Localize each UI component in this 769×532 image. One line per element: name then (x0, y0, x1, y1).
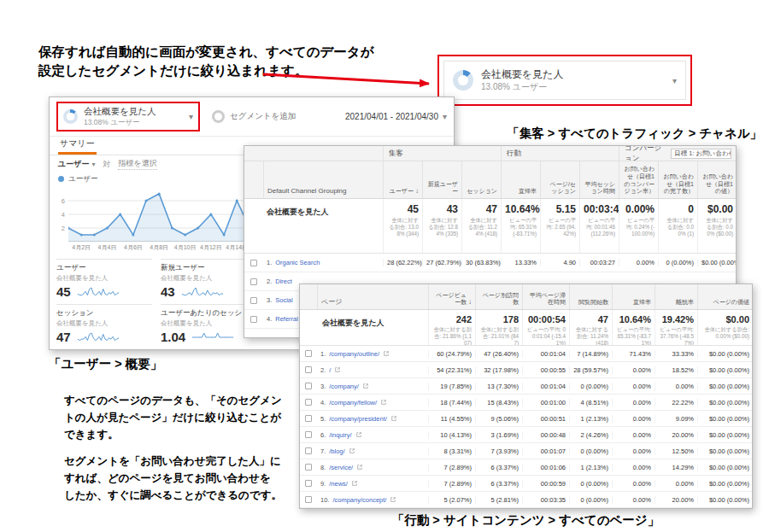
row-checkbox[interactable] (305, 350, 312, 357)
column-header[interactable]: ページ (317, 284, 428, 309)
legend-label: ユーザー (68, 174, 97, 184)
row-checkbox[interactable] (305, 399, 312, 406)
channels-group-header-row: 集客行動コンバージョン目標 1: お問い合わせ▾ (244, 146, 736, 161)
metric-cell: 19 (7.85%) (428, 383, 475, 390)
metric-cell: 60 (24.79%) (428, 350, 475, 358)
column-header[interactable]: ページビュー数↓ (428, 284, 475, 309)
column-header[interactable]: お問い合わせ（目標1の完了数） (658, 161, 697, 198)
column-header[interactable]: お問い合わせ（目標1のコンバージョン率） (619, 161, 658, 198)
page-link[interactable]: / (329, 366, 331, 374)
metric-cell: 15 (8.43%) (475, 399, 522, 406)
goal-selector[interactable]: 目標 1: お問い合わせ▾ (671, 149, 731, 159)
row-checkbox[interactable] (305, 480, 312, 487)
row-checkbox[interactable] (250, 297, 257, 304)
chevron-down-icon: ▾ (672, 76, 677, 85)
column-header[interactable]: 平均ページ滞在時間 (522, 284, 569, 309)
row-checkbox[interactable] (305, 431, 312, 438)
external-link-icon[interactable] (356, 464, 363, 471)
page-link[interactable]: /news/ (329, 480, 348, 488)
external-link-icon[interactable] (355, 431, 362, 438)
page-row: 10./company/concept/5 (2.07%)5 (2.81%)00… (300, 492, 752, 508)
metric-cell: $0.00 (0.00%) (697, 464, 753, 471)
page-link[interactable]: /blog/ (329, 447, 344, 455)
metric-label[interactable]: 新規ユーザー (161, 263, 256, 273)
row-checkbox[interactable] (305, 496, 312, 503)
external-link-icon[interactable] (383, 350, 390, 357)
channel-link[interactable]: Social (275, 296, 292, 304)
metric-segment-label: 会社概要を見た人 (161, 274, 256, 283)
compare-metric-selector[interactable]: 指標を選択 (118, 158, 156, 170)
column-header[interactable]: 離脱率 (655, 284, 697, 309)
row-checkbox[interactable] (250, 278, 257, 285)
channel-link[interactable]: Referral (275, 315, 298, 323)
row-index: 10. (320, 496, 329, 504)
external-link-icon[interactable] (334, 366, 341, 373)
metric-cell: 13.33% (501, 259, 540, 266)
date-range-selector[interactable]: 2021/04/01 - 2021/04/30 ▾ (345, 112, 447, 121)
page-link[interactable]: /company/ (329, 383, 359, 390)
note-pages-filter: すべてのページのデータも、「そのセグメン トの人が見たページ」だけに絞り込むこと… (64, 392, 282, 443)
add-segment-button[interactable]: セグメントを追加 (212, 110, 296, 123)
channel-link[interactable]: Organic Search (275, 259, 320, 266)
column-header[interactable]: ページの価値 (697, 284, 753, 309)
column-header[interactable]: セッション (461, 161, 501, 198)
external-link-icon[interactable] (362, 383, 369, 389)
overview-segment-selector[interactable]: 会社概要を見た人 13.08% ユーザー ▾ (56, 102, 200, 132)
external-link-icon[interactable] (351, 480, 358, 487)
summary-metric-cell: 0全体に対する割合: 0.00% (1) (658, 199, 697, 253)
row-checkbox[interactable] (305, 415, 312, 422)
column-header[interactable]: ユーザー↓ (383, 161, 422, 198)
metric-cell: 5 (2.07%) (428, 496, 475, 504)
row-checkbox[interactable] (305, 383, 312, 389)
column-header[interactable]: 直帰率 (612, 284, 655, 309)
row-index: 6. (320, 431, 326, 439)
metric-cell: 13 (7.30%) (475, 383, 522, 390)
legend-dot-icon (58, 176, 64, 182)
metric-cell: 00:01:00 (522, 399, 569, 406)
metric-label[interactable]: ユーザーあたりのセッション数 (161, 308, 256, 319)
metric-cell: 2 (4.26%) (569, 431, 612, 439)
metric-cell: 47 (26.40%) (475, 350, 522, 358)
summary-metric-cell: 00:03:45ビューの平均: 00:01:46 (112.26%) (579, 199, 619, 253)
row-checkbox[interactable] (250, 260, 257, 266)
page-link[interactable]: /service/ (329, 464, 353, 471)
metric-cell: 7 (2.89%) (428, 480, 475, 488)
metric-segment-label: 会社概要を見た人 (56, 274, 152, 283)
external-link-icon[interactable] (390, 415, 397, 422)
metric-selector[interactable]: ユーザー▾ (58, 159, 95, 170)
page-link[interactable]: /company/outline/ (329, 350, 379, 358)
column-header[interactable]: 直帰率 (501, 161, 540, 198)
metric-cell: 1 (2.13%) (569, 415, 612, 423)
row-checkbox[interactable] (250, 316, 257, 323)
row-index: 8. (320, 464, 326, 471)
row-checkbox[interactable] (305, 366, 312, 373)
column-header[interactable]: お問い合わせ（目標1の値） (697, 161, 737, 198)
column-header[interactable]: 平均セッション時間 (579, 161, 619, 198)
column-header[interactable]: 新規ユーザー (422, 161, 461, 198)
metric-cell: 20.00% (655, 496, 697, 504)
metric-label[interactable]: セッション (56, 308, 152, 319)
row-checkbox[interactable] (305, 447, 312, 454)
channel-link[interactable]: Direct (275, 278, 292, 285)
channels-summary-row: 会社概要を見た人45全体に対する割合: 13.08% (344)43全体に対する… (244, 199, 736, 254)
external-link-icon[interactable] (380, 399, 387, 406)
page-link[interactable]: /company/fellow/ (329, 399, 377, 406)
column-header[interactable]: ページ別訪問数 (475, 284, 522, 309)
segment-selector[interactable]: 会社概要を見た人 13.08% ユーザー ▾ (443, 61, 686, 100)
column-header[interactable]: 閲覧開始数 (569, 284, 612, 309)
metric-label[interactable]: ユーザー (56, 263, 152, 273)
column-header[interactable]: Default Channel Grouping (263, 161, 383, 198)
row-checkbox[interactable] (305, 464, 312, 471)
metric-cell: $0.00 (0.00%) (697, 431, 753, 439)
sort-desc-icon: ↓ (468, 298, 472, 307)
segment-percent: 13.08% ユーザー (84, 118, 156, 127)
external-link-icon[interactable] (349, 447, 355, 454)
page-row: 6./inquiry/10 (4.13%)3 (1.69%)00:00:482 … (300, 427, 752, 443)
external-link-icon[interactable] (390, 496, 396, 503)
tab-summary[interactable]: サマリー (58, 137, 97, 155)
metric-cell: 20.00% (655, 431, 697, 439)
page-link[interactable]: /company/concept/ (332, 496, 386, 504)
page-link[interactable]: /inquiry/ (329, 431, 351, 439)
column-header[interactable]: ページ/セッション (540, 161, 579, 198)
page-link[interactable]: /company/president/ (329, 415, 387, 423)
